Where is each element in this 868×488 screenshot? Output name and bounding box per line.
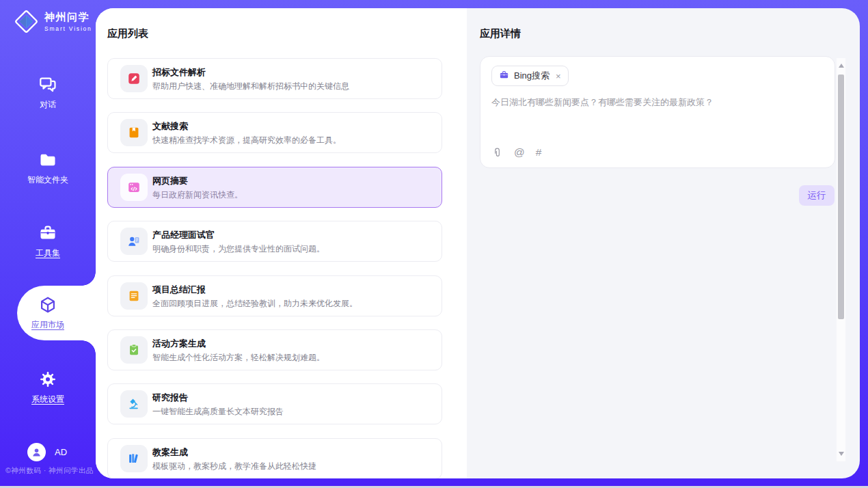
app-card-title: 教案生成 [152,446,188,459]
gear-icon [38,370,57,389]
app-card-description: 快速精准查找学术资源，提高研究效率的必备工具。 [152,135,434,146]
content-area: 应用列表 应用详情 招标文件解析帮助用户快速、准确地理解和解析招标书中的关键信息… [96,8,860,478]
app-card-edit-doc[interactable]: 招标文件解析帮助用户快速、准确地理解和解析招标书中的关键信息 [107,58,442,99]
app-list-title: 应用列表 [107,27,148,40]
brand-name: 神州问学 [44,11,92,24]
app-list-scrollbar[interactable] [837,58,845,461]
scrollbar-down-arrow-icon[interactable] [839,452,844,456]
at-mention-icon[interactable]: @ [514,146,525,159]
app-card-report[interactable]: 项目总结汇报全面回顾项目进展，总结经验教训，助力未来优化发展。 [107,275,442,316]
app-card-title: 文献搜索 [152,120,188,133]
composer-card: Bing搜索 × @ # [480,56,835,168]
sidebar-item-cube[interactable]: 应用市场 [0,295,96,331]
app-card-description: 每日政府新闻资讯快查。 [152,189,434,201]
book-icon [120,119,148,146]
chat-icon [38,75,57,94]
folder-icon [38,150,57,170]
app-card-description: 明确身份和职责，为您提供专业性的面试问题。 [152,243,434,255]
browser-code-icon [120,174,148,201]
app-card-title: 项目总结汇报 [152,284,206,296]
prompt-input[interactable] [491,96,821,135]
sidebar-item-chat[interactable]: 对话 [0,75,96,111]
app-card-interviewer[interactable]: 产品经理面试官明确身份和职责，为您提供专业性的面试问题。 [107,221,442,262]
brand-subtitle: Smart Vision [44,25,92,32]
paperclip-icon[interactable] [491,147,503,159]
app-card-title: 产品经理面试官 [152,229,215,241]
app-card-browser-code[interactable]: 网页摘要每日政府新闻资讯快查。 [107,167,442,208]
chip-close-icon[interactable]: × [556,72,561,81]
report-icon [120,282,148,310]
sidebar-item-folder[interactable]: 智能文件夹 [0,150,96,186]
tool-chip-label: Bing搜索 [514,70,550,82]
sidebar-item-label: 对话 [40,99,56,111]
cube-icon [38,295,57,314]
user-avatar-icon [27,443,46,461]
tool-chip-bing-search[interactable]: Bing搜索 × [491,66,569,86]
scrollbar-up-arrow-icon[interactable] [839,64,844,68]
sidebar-item-label: 智能文件夹 [27,174,68,186]
sidebar-item-label: 系统设置 [31,394,64,405]
app-detail-title: 应用详情 [480,27,521,40]
app-card-description: 智能生成个性化活动方案，轻松解决规划难题。 [152,352,434,364]
app-card-title: 研究报告 [152,392,188,404]
app-card-description: 帮助用户快速、准确地理解和解析招标书中的关键信息 [152,81,434,92]
active-nav-bubble-notch-top [82,272,96,286]
microscope-icon [120,390,148,418]
toolbox-icon [38,223,57,243]
books-icon [120,445,148,472]
app-card-description: 模板驱动，教案秒成，教学准备从此轻松快捷 [152,461,434,472]
sidebar: 神州问学 Smart Vision 对话智能文件夹工具集应用市场系统设置 AD … [0,0,96,486]
user-initials: AD [55,447,67,457]
sidebar-item-label: 应用市场 [31,319,64,331]
hash-icon[interactable]: # [536,146,542,159]
sidebar-item-gear[interactable]: 系统设置 [0,370,96,405]
edit-doc-icon [120,65,148,92]
app-card-description: 一键智能生成高质量长文本研究报告 [152,406,434,418]
diamond-logo-icon [14,9,39,34]
app-card-book[interactable]: 文献搜索快速精准查找学术资源，提高研究效率的必备工具。 [107,112,442,153]
app-card-books[interactable]: 教案生成模板驱动，教案秒成，教学准备从此轻松快捷 [107,438,442,478]
app-card-title: 招标文件解析 [152,66,206,79]
app-logo: 神州问学 Smart Vision [14,9,92,34]
app-card-description: 全面回顾项目进展，总结经验教训，助力未来优化发展。 [152,298,434,310]
active-nav-bubble-notch-bottom [82,340,96,354]
app-card-clipboard-check[interactable]: 活动方案生成智能生成个性化活动方案，轻松解决规划难题。 [107,329,442,370]
user-account[interactable]: AD [27,443,67,461]
interviewer-icon [120,228,148,255]
scrollbar-thumb[interactable] [838,74,844,319]
composer-toolbar: @ # [491,146,541,159]
app-card-title: 网页摘要 [152,175,188,187]
briefcase-icon [499,70,509,83]
copyright-text: ©神州数码 · 神州问学出品 [5,466,94,476]
sidebar-item-label: 工具集 [36,247,60,259]
app-card-title: 活动方案生成 [152,338,206,350]
clipboard-check-icon [120,336,148,364]
run-button[interactable]: 运行 [799,185,835,206]
app-card-microscope[interactable]: 研究报告一键智能生成高质量长文本研究报告 [107,383,442,424]
sidebar-item-toolbox[interactable]: 工具集 [0,223,96,259]
